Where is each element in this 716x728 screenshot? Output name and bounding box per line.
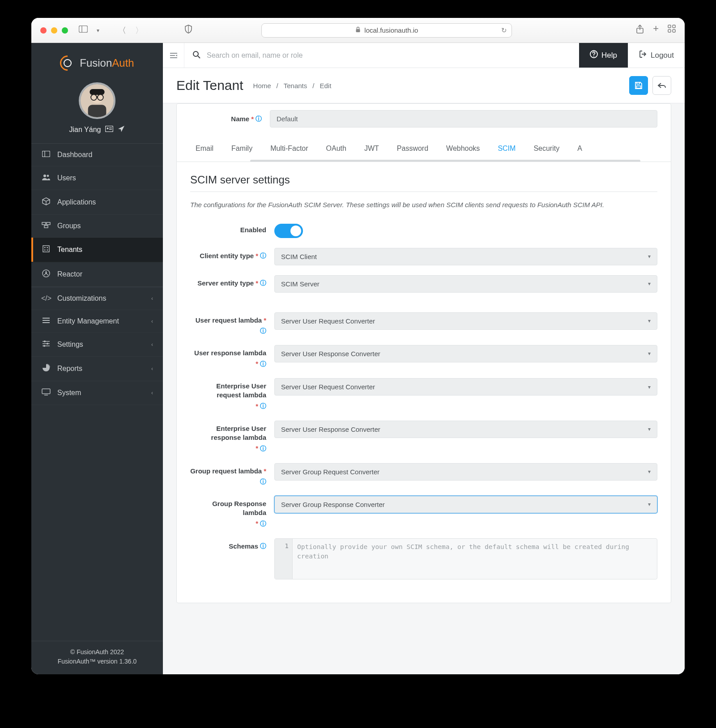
sidebar-item-label: Tenants [57,246,82,254]
name-label: Name* ⓘ [190,115,262,123]
info-icon[interactable]: ⓘ [260,444,266,453]
tab-overview-icon[interactable] [668,25,676,36]
breadcrumb: Home/ Tenants/ Edit [253,82,332,89]
sidebar-item-entity-management[interactable]: Entity Management‹ [31,310,163,333]
lambda-3-select[interactable]: Server User Response Converter▾ [274,421,657,438]
tab-email[interactable]: Email [187,137,222,162]
window-controls [40,27,68,34]
line-number: 1 [275,539,293,579]
chevron-down-icon: ▾ [648,318,651,324]
new-tab-icon[interactable]: + [653,25,659,36]
nav-forward-icon[interactable]: 〉 [132,23,147,38]
reload-icon[interactable]: ↻ [501,26,507,34]
logout-icon [639,50,647,60]
tab-oauth[interactable]: OAuth [317,137,355,162]
chevron-down-icon: ▾ [648,501,651,507]
breadcrumb-home[interactable]: Home [253,82,271,89]
svg-rect-15 [106,126,113,132]
close-window-icon[interactable] [40,27,47,34]
id-card-icon[interactable] [105,126,113,134]
tab-password[interactable]: Password [388,137,437,162]
sidebar-item-users[interactable]: Users [31,166,163,190]
schemas-placeholder: Optionally provide your own SCIM schema,… [293,539,657,579]
search-input[interactable] [207,51,571,60]
location-arrow-icon[interactable] [118,125,125,134]
svg-rect-2 [356,29,360,32]
info-icon[interactable]: ⓘ [260,360,266,368]
tab-scim[interactable]: SCIM [489,137,524,162]
tab-jwt[interactable]: JWT [355,137,388,162]
tab-security[interactable]: Security [524,137,568,162]
brand-text-b: Auth [112,57,134,69]
entity-type-1-select[interactable]: SCIM Server▾ [274,275,657,293]
svg-rect-28 [47,247,48,248]
info-icon[interactable]: ⓘ [260,519,266,528]
url-bar[interactable]: local.fusionauth.io ↻ [261,23,512,38]
name-field[interactable]: Default [270,110,657,128]
svg-point-22 [47,175,49,177]
svg-point-47 [193,51,198,56]
svg-rect-10 [90,89,104,95]
svg-rect-27 [44,247,46,248]
share-icon[interactable] [636,25,644,36]
lambda-5-select[interactable]: Server Group Response Converter▾ [274,496,657,513]
lambda-2-select[interactable]: Server User Request Converter▾ [274,378,657,396]
minimize-window-icon[interactable] [51,27,57,34]
help-button[interactable]: Help [579,43,628,68]
lock-icon [355,26,361,34]
svg-rect-52 [637,86,641,88]
svg-rect-7 [673,30,675,32]
sidebar-item-groups[interactable]: Groups [31,215,163,238]
chevron-left-icon: ‹ [151,318,153,324]
tab-multi-factor[interactable]: Multi-Factor [261,137,317,162]
tabs: EmailFamilyMulti-FactorOAuthJWTPasswordW… [177,137,671,162]
info-icon[interactable]: ⓘ [260,327,266,335]
svg-rect-25 [44,226,48,228]
breadcrumb-tenants[interactable]: Tenants [284,82,307,89]
shield-icon[interactable] [181,23,196,38]
sidebar-item-system[interactable]: System‹ [31,381,163,405]
avatar[interactable] [79,82,115,119]
sidebar-toggle-icon[interactable] [75,24,91,37]
info-icon[interactable]: ⓘ [260,279,266,287]
sidebar-item-reactor[interactable]: Reactor [31,262,163,287]
nav-back-icon[interactable]: 〈 [115,23,130,38]
maximize-window-icon[interactable] [62,27,68,34]
info-icon[interactable]: ⓘ [256,115,262,123]
info-icon[interactable]: ⓘ [260,542,266,550]
main-content: Help Logout Edit Tenant Home/ Tenants/ E… [163,43,685,674]
save-button[interactable] [629,76,648,95]
sidebar-item-reports[interactable]: Reports‹ [31,357,163,381]
tab-family[interactable]: Family [222,137,261,162]
chevron-down-icon[interactable]: ▾ [93,26,103,35]
schemas-editor[interactable]: 1 Optionally provide your own SCIM schem… [274,538,657,579]
chevron-down-icon: ▾ [648,350,651,357]
chevron-left-icon: ‹ [151,366,153,372]
svg-rect-19 [43,151,50,157]
sidebar-item-applications[interactable]: Applications [31,190,163,215]
lambda-0-select[interactable]: Server User Request Converter▾ [274,312,657,330]
info-icon[interactable]: ⓘ [260,402,266,410]
svg-point-50 [593,56,594,57]
sidebar-item-tenants[interactable]: Tenants [31,238,163,262]
brand-name: FusionAuth [80,57,134,69]
list-icon [41,317,51,325]
svg-rect-6 [668,30,671,32]
lambda-4-select[interactable]: Server Group Request Converter▾ [274,463,657,481]
info-icon[interactable]: ⓘ [260,477,266,486]
logout-button[interactable]: Logout [628,43,685,68]
sidebar-item-customizations[interactable]: </>Customizations‹ [31,287,163,310]
collapse-sidebar-icon[interactable] [163,43,184,68]
cube-icon [41,197,51,207]
sidebar-item-settings[interactable]: Settings‹ [31,333,163,357]
chevron-left-icon: ‹ [151,390,153,396]
back-button[interactable] [652,76,671,95]
sidebar-item-label: Applications [57,198,96,206]
info-icon[interactable]: ⓘ [260,251,266,260]
sidebar-item-dashboard[interactable]: Dashboard [31,144,163,166]
tab-a[interactable]: A [568,137,591,162]
entity-type-0-select[interactable]: SCIM Client▾ [274,248,657,265]
enabled-toggle[interactable] [274,224,303,238]
tab-webhooks[interactable]: Webhooks [437,137,489,162]
lambda-1-select[interactable]: Server User Response Converter▾ [274,345,657,362]
